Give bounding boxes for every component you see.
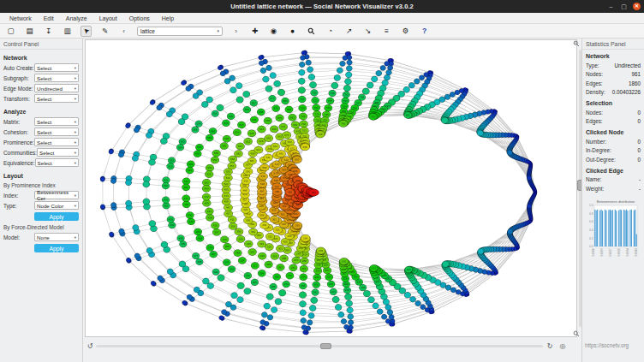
stat-label: Type:: [586, 62, 599, 68]
stat-value: 0: [637, 118, 641, 124]
stat-row-name: Name:-: [586, 175, 641, 185]
apply-prominence-layout-button[interactable]: Apply: [34, 212, 79, 221]
chevron-down-icon: ▾: [75, 204, 76, 208]
network-canvas[interactable]: [86, 40, 576, 336]
autocreate-select[interactable]: Select▾: [34, 63, 79, 72]
svg-text:0.0009: 0.0009: [600, 247, 604, 256]
menu-analyze[interactable]: Analyze: [60, 13, 93, 24]
toolbar: ▢▤↧▥➤✎‹lattice▾›✚◉●◔↗↘≡⚙?: [0, 24, 644, 39]
menu-help[interactable]: Help: [156, 13, 180, 24]
stat-value: -: [639, 186, 641, 192]
open-network-button[interactable]: ▤: [24, 26, 35, 37]
edit-mode-button[interactable]: ✎: [99, 26, 110, 37]
statistics-panel-title: Statistics Panel: [582, 39, 644, 50]
model-select[interactable]: None▾: [34, 233, 79, 241]
svg-text:1.0: 1.0: [589, 204, 593, 207]
stat-value: 1860: [629, 80, 641, 86]
stat-row-type: Type:Undirected: [586, 61, 641, 70]
add-relation-button[interactable]: ✚: [249, 26, 260, 37]
type-select[interactable]: Node Color▾: [34, 201, 79, 210]
svg-text:0.8: 0.8: [589, 211, 593, 215]
stat-row-nodes: Nodes:0: [586, 108, 641, 117]
select-mode-button[interactable]: ➤: [80, 26, 92, 37]
selected-value: Select: [38, 160, 52, 166]
selected-value: Node Color: [37, 203, 63, 209]
remove-edge-button[interactable]: ↘: [362, 26, 373, 37]
stat-row-weight: Weight:-: [586, 184, 641, 193]
rotate-right-icon[interactable]: ↻: [546, 341, 554, 350]
subsection-title: By Force-Directed Model: [3, 224, 79, 230]
remove-node-button[interactable]: ●: [287, 26, 298, 37]
field-label: Edge Mode:: [3, 86, 33, 92]
add-edge-button[interactable]: ↗: [343, 26, 355, 37]
stat-value: 0.00403226: [612, 89, 641, 95]
section-title: Network: [3, 55, 79, 61]
app-window: Untitled lattice network — Social Networ…: [0, 0, 644, 362]
chevron-down-icon: ▾: [217, 28, 219, 33]
communities-select[interactable]: Select▾: [37, 148, 79, 157]
stat-label: Nodes:: [586, 71, 603, 77]
edgemode-select[interactable]: Undirected▾: [34, 84, 79, 92]
previous-relation-button[interactable]: ‹: [118, 26, 129, 37]
chevron-down-icon: ▾: [75, 235, 76, 240]
save-network-button[interactable]: ↧: [43, 26, 54, 37]
rotate-left-icon[interactable]: ↺: [86, 341, 94, 350]
filter-edges-button[interactable]: ≡: [381, 26, 392, 37]
reset-view-icon[interactable]: ◎: [558, 341, 567, 350]
analyze-row-prominence: Prominence:Select▾: [3, 137, 79, 147]
transform-select[interactable]: Select▾: [34, 94, 79, 103]
stat-label: Nodes:: [586, 110, 603, 116]
index-select[interactable]: Betweenness Cer▾: [34, 191, 79, 199]
socnetv-url-link[interactable]: https://socnetv.org: [585, 342, 629, 348]
new-network-button[interactable]: ▢: [5, 26, 16, 37]
stat-value: Undirected: [615, 62, 641, 68]
menu-options[interactable]: Options: [123, 13, 156, 24]
rotation-slider-track[interactable]: [96, 345, 543, 347]
stat-row-indegree: In-Degree:0: [586, 146, 641, 156]
cohesion-select[interactable]: Select▾: [34, 128, 79, 136]
rotation-slider-handle[interactable]: [320, 343, 331, 349]
layout-row-index: Index:Betweenness Cer▾: [3, 190, 79, 200]
network-row-transform: Transform:Select▾: [3, 93, 79, 104]
stats-group-title: Selection: [586, 100, 641, 106]
stats-group-title: Clicked Node: [586, 129, 641, 135]
field-label: Model:: [3, 234, 20, 240]
control-panel: Control Panel NetworkAuto Create:Select▾…: [0, 39, 83, 362]
graph-canvas-area: [85, 39, 577, 337]
node-properties-button[interactable]: ◔: [325, 26, 336, 37]
field-label: Subgraph:: [3, 75, 29, 81]
relation-combobox[interactable]: lattice▾: [137, 27, 223, 36]
stat-label: Edges:: [586, 118, 603, 124]
svg-text:0.4: 0.4: [589, 228, 593, 232]
stat-value: 0: [637, 139, 641, 145]
chevron-down-icon: ▾: [75, 130, 76, 134]
menu-edit[interactable]: Edit: [38, 13, 60, 24]
menu-layout[interactable]: Layout: [93, 13, 123, 24]
selected-value: Select: [39, 150, 54, 156]
selected-value: Undirected: [37, 86, 63, 92]
field-label: Matrix:: [3, 119, 20, 125]
equivalence-select[interactable]: Select▾: [35, 158, 79, 167]
svg-text:0.6: 0.6: [589, 220, 593, 223]
add-node-button[interactable]: ◉: [268, 26, 279, 37]
maximize-button[interactable]: ▢: [620, 3, 628, 10]
window-title: Untitled lattice network — Social Networ…: [230, 3, 414, 10]
close-button[interactable]: ✕: [633, 3, 641, 10]
prominence-select[interactable]: Select▾: [34, 138, 79, 146]
stat-label: Density:: [586, 89, 605, 95]
find-node-button[interactable]: [306, 26, 317, 37]
settings-button[interactable]: ⚙: [400, 26, 411, 37]
zoom-in-icon[interactable]: [572, 39, 581, 48]
subgraph-select[interactable]: Select▾: [34, 74, 79, 82]
apply-force-layout-button[interactable]: Apply: [34, 244, 79, 252]
minimize-button[interactable]: –: [607, 3, 615, 10]
matrix-select[interactable]: Select▾: [34, 117, 79, 126]
menu-network[interactable]: Network: [3, 13, 38, 24]
field-label: Equivalence:: [3, 160, 35, 166]
betweenness-distribution-chart: Betweenness distribution1.00.80.60.40.20…: [582, 199, 644, 274]
section-layout: LayoutBy Prominence IndexIndex:Betweenne…: [0, 168, 82, 252]
zoom-out-icon[interactable]: [572, 329, 581, 338]
next-relation-button[interactable]: ›: [230, 26, 242, 37]
print-network-button[interactable]: ▥: [62, 26, 73, 37]
whats-this-button[interactable]: ?: [419, 26, 430, 37]
